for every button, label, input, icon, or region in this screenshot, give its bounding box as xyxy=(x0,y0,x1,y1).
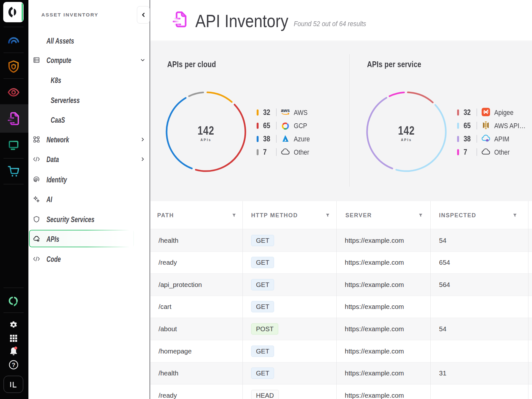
svg-text:aws: aws xyxy=(281,108,290,113)
svg-text:?: ? xyxy=(12,362,15,368)
